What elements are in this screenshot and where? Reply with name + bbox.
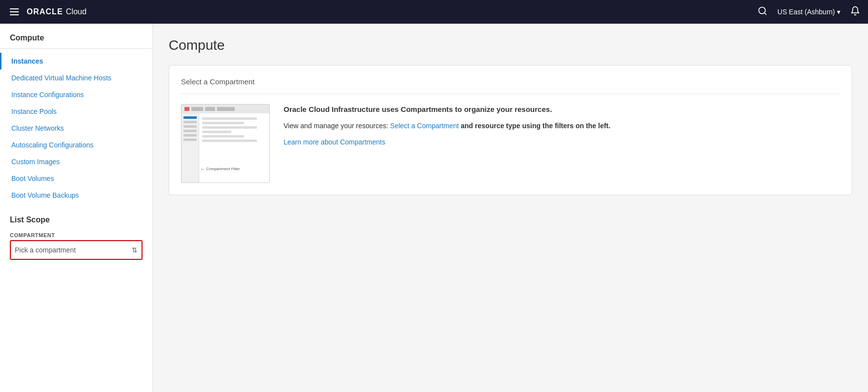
- main-content: Compute Select a Compartment: [153, 24, 868, 392]
- svg-line-1: [764, 12, 766, 14]
- compartment-label: COMPARTMENT: [10, 232, 143, 238]
- page-title: Compute: [169, 37, 852, 53]
- description-link-text: Select a Compartment: [390, 122, 459, 130]
- compartment-select-inner: Pick a compartment ⇅: [13, 242, 140, 258]
- illus-main-line-1: [202, 117, 257, 120]
- sidebar-item-instances[interactable]: Instances: [0, 53, 152, 70]
- illus-main-line-3: [202, 126, 257, 129]
- topnav-left: ORACLE Cloud: [8, 6, 86, 17]
- sidebar-link-dedicated-vm-hosts[interactable]: Dedicated Virtual Machine Hosts: [0, 70, 152, 86]
- illus-main-line-6: [202, 140, 257, 142]
- sidebar-link-autoscaling-configurations[interactable]: Autoscaling Configurations: [0, 137, 152, 153]
- sidebar-nav: Instances Dedicated Virtual Machine Host…: [0, 53, 152, 204]
- illus-body: ← Compartment Filter: [181, 113, 269, 182]
- sidebar-item-instance-pools[interactable]: Instance Pools: [0, 103, 152, 120]
- region-chevron-icon: ▾: [837, 8, 840, 16]
- region-name: US East (Ashburn): [777, 8, 835, 16]
- compartment-select[interactable]: Pick a compartment: [15, 244, 132, 256]
- illus-main-line-4: [202, 131, 231, 133]
- sidebar-item-autoscaling-configurations[interactable]: Autoscaling Configurations: [0, 137, 152, 153]
- sidebar-title: Compute: [0, 34, 152, 49]
- illus-compartment-filter-label: Compartment Filter: [206, 167, 240, 171]
- illus-main-mini: ← Compartment Filter: [199, 113, 269, 182]
- region-selector-button[interactable]: US East (Ashburn) ▾: [777, 8, 840, 16]
- illus-sidebar-line-4: [183, 134, 197, 137]
- sidebar-item-boot-volume-backups[interactable]: Boot Volume Backups: [0, 187, 152, 204]
- sidebar-item-custom-images[interactable]: Custom Images: [0, 153, 152, 170]
- illus-main-line-2: [202, 122, 244, 124]
- compartment-description: Oracle Cloud Infrastructure uses Compart…: [284, 104, 840, 146]
- illus-dot-gray2: [205, 107, 215, 111]
- list-scope-section: List Scope COMPARTMENT Pick a compartmen…: [0, 204, 152, 260]
- illus-topbar: [181, 105, 269, 113]
- sidebar-link-instances[interactable]: Instances: [0, 53, 152, 70]
- top-navigation: ORACLE Cloud US East (Ashburn) ▾: [0, 0, 868, 24]
- sidebar-item-boot-volumes[interactable]: Boot Volumes: [0, 170, 152, 187]
- illus-sidebar-mini: [181, 113, 199, 182]
- sidebar-link-instance-pools[interactable]: Instance Pools: [0, 103, 152, 120]
- sidebar-item-dedicated-vm-hosts[interactable]: Dedicated Virtual Machine Hosts: [0, 70, 152, 86]
- topnav-right: US East (Ashburn) ▾: [758, 6, 860, 18]
- illus-sidebar-line-2: [183, 125, 197, 128]
- notifications-icon[interactable]: [850, 6, 860, 18]
- illus-arrow-container: ← Compartment Filter: [200, 166, 240, 172]
- sidebar-link-custom-images[interactable]: Custom Images: [0, 153, 152, 170]
- compartment-heading: Oracle Cloud Infrastructure uses Compart…: [284, 104, 840, 114]
- illus-sidebar-line-5: [183, 139, 197, 141]
- sidebar-item-cluster-networks[interactable]: Cluster Networks: [0, 120, 152, 137]
- illus-dot-red: [184, 107, 189, 111]
- compartment-card: Select a Compartment: [169, 65, 852, 195]
- compartment-card-body: ← Compartment Filter Oracle Cloud Infras…: [181, 104, 840, 183]
- illus-dot-gray1: [191, 107, 203, 111]
- compartment-illustration: ← Compartment Filter: [181, 104, 270, 183]
- illus-left-arrow-icon: ←: [200, 166, 205, 172]
- hamburger-menu-button[interactable]: [8, 6, 21, 17]
- description-prefix: View and manage your resources:: [284, 122, 390, 130]
- sidebar-link-boot-volume-backups[interactable]: Boot Volume Backups: [0, 187, 152, 204]
- cloud-brand: Cloud: [66, 7, 87, 16]
- learn-more-link[interactable]: Learn more about Compartments: [284, 138, 385, 146]
- sidebar-item-instance-configurations[interactable]: Instance Configurations: [0, 86, 152, 103]
- sidebar: Compute Instances Dedicated Virtual Mach…: [0, 24, 153, 392]
- oracle-logo: ORACLE Cloud: [27, 7, 86, 16]
- illus-main-line-5: [202, 135, 244, 138]
- illus-sidebar-line-active: [183, 116, 197, 119]
- illus-dot-gray3: [217, 107, 235, 111]
- compartment-card-header: Select a Compartment: [181, 77, 840, 94]
- sidebar-link-boot-volumes[interactable]: Boot Volumes: [0, 170, 152, 187]
- compartment-select-wrapper[interactable]: Pick a compartment ⇅: [10, 240, 143, 260]
- oracle-brand: ORACLE: [27, 7, 63, 16]
- sidebar-link-cluster-networks[interactable]: Cluster Networks: [0, 120, 152, 137]
- compartment-select-chevron-icon: ⇅: [132, 246, 138, 254]
- search-button[interactable]: [758, 6, 767, 18]
- page-layout: Compute Instances Dedicated Virtual Mach…: [0, 24, 868, 392]
- compartment-description-text: View and manage your resources: Select a…: [284, 120, 840, 131]
- sidebar-link-instance-configurations[interactable]: Instance Configurations: [0, 86, 152, 103]
- illus-sidebar-line-3: [183, 130, 197, 132]
- illus-sidebar-line-1: [183, 121, 197, 123]
- description-suffix: and resource type using the filters on t…: [459, 122, 610, 130]
- list-scope-title: List Scope: [10, 215, 143, 224]
